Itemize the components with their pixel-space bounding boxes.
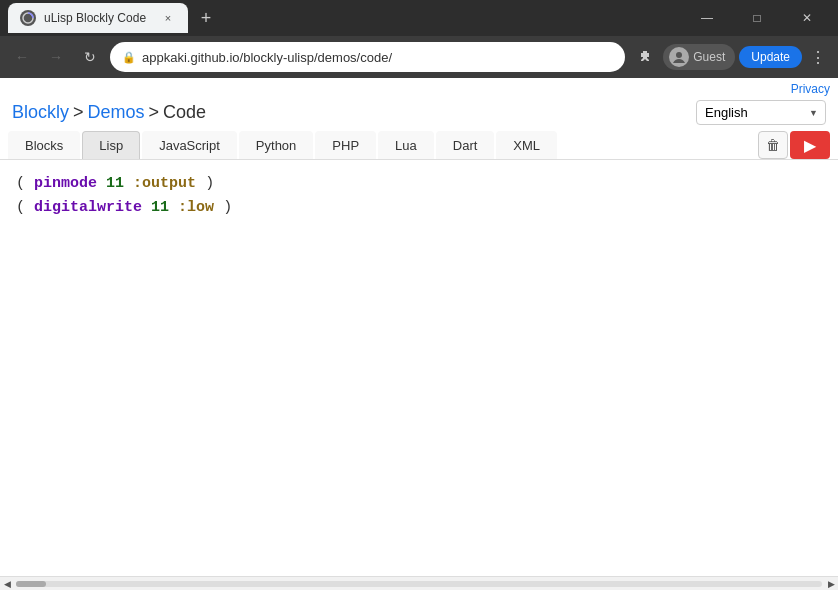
paren-open-1: (: [16, 175, 25, 192]
tab-lua[interactable]: Lua: [378, 131, 434, 159]
maximize-button[interactable]: □: [734, 3, 780, 33]
tab-python[interactable]: Python: [239, 131, 313, 159]
keyword-digitalwrite: digitalwrite: [34, 199, 142, 216]
breadcrumb-sep1: >: [73, 102, 84, 123]
keyword-low: :low: [178, 199, 214, 216]
paren-close-1: ): [205, 175, 214, 192]
scroll-left-button[interactable]: ◀: [0, 577, 14, 591]
tab-javascript[interactable]: JavaScript: [142, 131, 237, 159]
code-area: ( pinmode 11 :output ) ( digitalwrite 11…: [0, 160, 838, 232]
back-button[interactable]: ←: [8, 43, 36, 71]
address-bar[interactable]: 🔒 appkaki.github.io/blockly-ulisp/demos/…: [110, 42, 625, 72]
language-select[interactable]: English 简体中文 Deutsch Español Français It…: [696, 100, 826, 125]
run-button[interactable]: ▶: [790, 131, 830, 159]
privacy-link[interactable]: Privacy: [791, 82, 830, 96]
breadcrumb-blockly[interactable]: Blockly: [12, 102, 69, 123]
tab-title: uLisp Blockly Code: [44, 11, 152, 25]
extensions-button[interactable]: [631, 43, 659, 71]
tab-blocks[interactable]: Blocks: [8, 131, 80, 159]
tab-bar: uLisp Blockly Code × +: [8, 3, 684, 33]
tab-close-button[interactable]: ×: [160, 10, 176, 26]
breadcrumb-current: Code: [163, 102, 206, 123]
paren-open-2: (: [16, 199, 25, 216]
language-selector-wrap: English 简体中文 Deutsch Español Français It…: [696, 100, 826, 125]
close-button[interactable]: ✕: [784, 3, 830, 33]
profile-button[interactable]: Guest: [663, 44, 735, 70]
update-button[interactable]: Update: [739, 46, 802, 68]
forward-button[interactable]: →: [42, 43, 70, 71]
tab-dart[interactable]: Dart: [436, 131, 495, 159]
trash-icon: 🗑: [766, 137, 780, 153]
privacy-bar: Privacy: [0, 78, 838, 96]
tab-php[interactable]: PHP: [315, 131, 376, 159]
page-content: Privacy Blockly > Demos > Code English 简…: [0, 78, 838, 590]
scroll-right-button[interactable]: ▶: [824, 577, 838, 591]
new-tab-button[interactable]: +: [192, 4, 220, 32]
minimize-button[interactable]: —: [684, 3, 730, 33]
breadcrumb-sep2: >: [149, 102, 160, 123]
refresh-button[interactable]: ↻: [76, 43, 104, 71]
blockly-header: Blockly > Demos > Code English 简体中文 Deut…: [0, 96, 838, 131]
number-11-2: 11: [151, 199, 169, 216]
delete-button[interactable]: 🗑: [758, 131, 788, 159]
lock-icon: 🔒: [122, 51, 136, 64]
breadcrumb-demos[interactable]: Demos: [88, 102, 145, 123]
code-line-2: ( digitalwrite 11 :low ): [16, 196, 822, 220]
play-icon: ▶: [804, 136, 816, 155]
title-bar: uLisp Blockly Code × + — □ ✕: [0, 0, 838, 36]
tab-lisp[interactable]: Lisp: [82, 131, 140, 159]
keyword-pinmode: pinmode: [34, 175, 97, 192]
code-line-1: ( pinmode 11 :output ): [16, 172, 822, 196]
scroll-thumb[interactable]: [16, 581, 46, 587]
nav-bar: ← → ↻ 🔒 appkaki.github.io/blockly-ulisp/…: [0, 36, 838, 78]
browser-tab[interactable]: uLisp Blockly Code ×: [8, 3, 188, 33]
svg-point-1: [676, 52, 682, 58]
tabs-bar: Blocks Lisp JavaScript Python PHP Lua Da…: [0, 131, 838, 160]
menu-button[interactable]: ⋮: [806, 45, 830, 69]
horizontal-scrollbar[interactable]: ◀ ▶: [0, 576, 838, 590]
scroll-track[interactable]: [16, 581, 822, 587]
tab-xml[interactable]: XML: [496, 131, 557, 159]
window-controls: — □ ✕: [684, 3, 830, 33]
paren-close-2: ): [223, 199, 232, 216]
profile-label: Guest: [693, 50, 725, 64]
nav-right: Guest Update ⋮: [631, 43, 830, 71]
tab-favicon: [20, 10, 36, 26]
profile-icon: [669, 47, 689, 67]
number-11-1: 11: [106, 175, 124, 192]
url-text: appkaki.github.io/blockly-ulisp/demos/co…: [142, 50, 613, 65]
breadcrumb: Blockly > Demos > Code: [12, 102, 206, 123]
keyword-output: :output: [133, 175, 196, 192]
page-wrapper: Privacy Blockly > Demos > Code English 简…: [0, 78, 838, 590]
